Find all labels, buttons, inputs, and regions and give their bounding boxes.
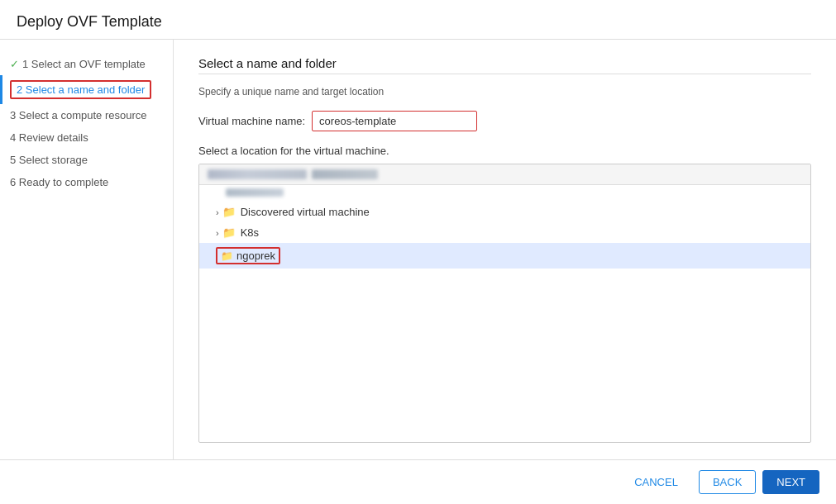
sidebar-item-step6[interactable]: 6 Ready to complete bbox=[0, 171, 173, 193]
cancel-button[interactable]: CANCEL bbox=[620, 470, 692, 494]
folder-icon-discovered: 📁 bbox=[222, 206, 236, 218]
sidebar-active-label: 2 Select a name and folder bbox=[10, 80, 151, 99]
location-label: Select a location for the virtual machin… bbox=[198, 145, 811, 157]
sidebar-item-step2[interactable]: 2 Select a name and folder bbox=[0, 75, 173, 104]
sidebar-item-label-step1: 1 Select an OVF template bbox=[22, 58, 146, 70]
folder-icon-k8s: 📁 bbox=[222, 226, 236, 239]
expand-icon-k8s[interactable]: › bbox=[216, 228, 219, 238]
sidebar-item-label-step6: 6 Ready to complete bbox=[10, 176, 108, 188]
section-divider bbox=[198, 74, 811, 74]
sidebar-item-step4[interactable]: 4 Review details bbox=[0, 126, 173, 149]
sidebar-item-label-step3: 3 Select a compute resource bbox=[10, 109, 146, 121]
tree-item-label-ngoprek: ngoprek bbox=[236, 250, 275, 262]
vm-name-row: Virtual machine name: bbox=[198, 111, 811, 131]
tree-container: › 📁 Discovered virtual machine › 📁 K8s 📁… bbox=[198, 164, 811, 443]
sidebar-item-step3[interactable]: 3 Select a compute resource bbox=[0, 104, 173, 126]
folder-icon-ngoprek: 📁 bbox=[221, 250, 233, 262]
tree-sub-blurred bbox=[226, 188, 284, 197]
page-title: Deploy OVF Template bbox=[0, 0, 836, 40]
sidebar-item-label-step5: 5 Select storage bbox=[10, 154, 88, 166]
vm-name-label: Virtual machine name: bbox=[198, 115, 305, 127]
sidebar-item-step5[interactable]: 5 Select storage bbox=[0, 149, 173, 171]
tree-header-row bbox=[199, 164, 810, 185]
tree-item-discovered[interactable]: › 📁 Discovered virtual machine bbox=[199, 202, 810, 222]
sidebar-item-label-step4: 4 Review details bbox=[10, 131, 88, 144]
tree-item-label-k8s: K8s bbox=[241, 226, 259, 239]
tree-item-ngoprek[interactable]: 📁 ngoprek bbox=[199, 243, 810, 269]
tree-item-label-discovered: Discovered virtual machine bbox=[241, 206, 370, 218]
sidebar: ✓ 1 Select an OVF template 2 Select a na… bbox=[0, 40, 174, 459]
main-content: Select a name and folder Specify a uniqu… bbox=[174, 40, 836, 459]
section-title: Select a name and folder bbox=[198, 56, 811, 70]
check-icon: ✓ bbox=[10, 58, 19, 70]
sidebar-item-step1[interactable]: ✓ 1 Select an OVF template bbox=[0, 53, 173, 75]
tree-sub-row bbox=[199, 185, 810, 202]
expand-icon-discovered[interactable]: › bbox=[216, 207, 219, 217]
tree-header-blurred2 bbox=[312, 169, 378, 179]
next-button[interactable]: NEXT bbox=[762, 470, 819, 494]
vm-name-input[interactable] bbox=[312, 111, 477, 131]
tree-item-k8s[interactable]: › 📁 K8s bbox=[199, 222, 810, 243]
footer: CANCEL BACK NEXT bbox=[0, 459, 836, 504]
section-subtitle: Specify a unique name and target locatio… bbox=[198, 86, 811, 97]
ngoprek-border: 📁 ngoprek bbox=[216, 247, 280, 264]
back-button[interactable]: BACK bbox=[699, 470, 756, 494]
tree-header-blurred bbox=[208, 169, 307, 179]
